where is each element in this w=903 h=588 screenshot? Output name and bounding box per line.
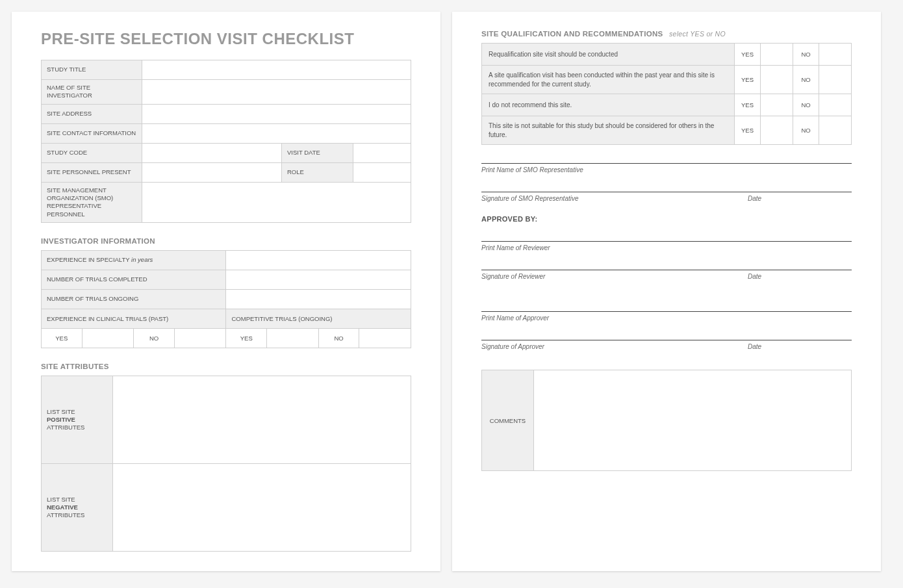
label-study-title: STUDY TITLE: [42, 60, 142, 80]
input-positive[interactable]: [113, 376, 411, 464]
label-smo: SITE MANAGEMENT ORGANIZATION (SMO) REPRE…: [42, 182, 142, 222]
qual-row-0: Requalification site visit should be con…: [482, 44, 852, 66]
sig-reviewer-date-label: Date: [748, 273, 852, 280]
sig-approver-name-label: Print Name of Approver: [481, 314, 852, 322]
sig-smo-date-label: Date: [748, 195, 852, 202]
input-visit-date[interactable]: [353, 143, 411, 162]
section-investigator-info: INVESTIGATOR INFORMATION: [41, 237, 411, 245]
input-negative[interactable]: [113, 464, 411, 552]
qual-row-3: This site is not suitable for this study…: [482, 116, 852, 145]
label-experience: EXPERIENCE IN SPECIALTY in years: [42, 251, 226, 270]
qual-row-1: A site qualification visit has been cond…: [482, 66, 852, 94]
sig-reviewer-name: Print Name of Reviewer: [481, 241, 852, 251]
approved-by: APPROVED BY:: [481, 215, 852, 223]
qual-no-box-0[interactable]: [819, 44, 852, 66]
qual-no-box-2[interactable]: [819, 94, 852, 116]
input-comp-no[interactable]: [359, 329, 411, 348]
qual-q0: Requalification site visit should be con…: [482, 44, 735, 66]
input-trials-ongoing[interactable]: [226, 290, 411, 309]
label-visit-date: VISIT DATE: [282, 143, 353, 162]
txt-neg-bold: NEGATIVE: [47, 504, 78, 511]
label-study-code: STUDY CODE: [42, 143, 142, 162]
qual-no-1: NO: [793, 66, 819, 94]
qual-yes-box-1[interactable]: [761, 66, 793, 94]
qual-yes-3: YES: [734, 116, 760, 145]
input-investigator[interactable]: [142, 80, 411, 105]
qual-q3: This site is not suitable for this study…: [482, 116, 735, 145]
input-contact[interactable]: [142, 123, 411, 143]
txt-pos-pre: LIST SITE: [47, 408, 75, 415]
sig-reviewer-sig: Signature of Reviewer Date: [481, 270, 852, 280]
qual-note: select YES or NO: [669, 30, 726, 38]
label-contact: SITE CONTACT INFORMATION: [42, 123, 142, 143]
label-smo-text: SITE MANAGEMENT ORGANIZATION (SMO) REPRE…: [47, 186, 113, 218]
label-comp-no: NO: [318, 329, 359, 348]
input-study-title[interactable]: [142, 60, 411, 80]
input-personnel[interactable]: [142, 162, 282, 182]
input-smo[interactable]: [142, 182, 411, 222]
sig-approver-date-label: Date: [748, 343, 852, 350]
label-trials-completed: NUMBER OF TRIALS COMPLETED: [42, 270, 226, 290]
label-role: ROLE: [282, 162, 353, 182]
qual-q1: A site qualification visit has been cond…: [482, 66, 735, 94]
section-site-attributes: SITE ATTRIBUTES: [41, 363, 411, 370]
txt-pos-bold: POSITIVE: [47, 416, 75, 423]
label-investigator: NAME OF SITE INVESTIGATOR: [42, 80, 142, 105]
signature-block: Print Name of SMO Representative Signatu…: [481, 163, 852, 350]
input-experience[interactable]: [226, 251, 411, 270]
input-past-yes[interactable]: [82, 329, 134, 348]
label-negative: LIST SITE NEGATIVE ATTRIBUTES: [42, 464, 113, 552]
sig-smo-sig: Signature of SMO Representative Date: [481, 192, 852, 202]
label-address: SITE ADDRESS: [42, 104, 142, 123]
qualification-table: Requalification site visit should be con…: [481, 43, 852, 145]
label-experience-note: in years: [131, 256, 153, 263]
page-right: SITE QUALIFICATION AND RECOMMENDATIONS s…: [452, 12, 881, 571]
sig-smo-name: Print Name of SMO Representative: [481, 163, 852, 173]
sig-approver-name: Print Name of Approver: [481, 311, 852, 322]
attributes-table: LIST SITE POSITIVE ATTRIBUTES LIST SITE …: [41, 376, 411, 552]
input-study-code[interactable]: [142, 143, 282, 162]
sig-approver-sig: Signature of Approver Date: [481, 340, 852, 350]
qual-yes-1: YES: [734, 66, 760, 94]
input-comments[interactable]: [534, 370, 852, 471]
input-role[interactable]: [353, 162, 411, 182]
qual-no-box-3[interactable]: [819, 116, 852, 145]
label-past-trials: EXPERIENCE IN CLINICAL TRIALS (PAST): [42, 309, 226, 329]
input-past-no[interactable]: [174, 329, 226, 348]
sig-smo-name-label: Print Name of SMO Representative: [481, 166, 852, 173]
qual-yes-box-3[interactable]: [761, 116, 793, 145]
label-personnel: SITE PERSONNEL PRESENT: [42, 162, 142, 182]
txt-neg-pre: LIST SITE: [47, 496, 75, 503]
comments-table: COMMENTS: [481, 370, 852, 471]
sig-approver-sig-label: Signature of Approver: [481, 343, 748, 350]
sig-smo-sig-label: Signature of SMO Representative: [481, 195, 748, 202]
qual-yes-0: YES: [734, 44, 760, 66]
qual-yes-box-0[interactable]: [761, 44, 793, 66]
label-comments: COMMENTS: [482, 370, 534, 471]
txt-pos-post: ATTRIBUTES: [47, 424, 84, 431]
sig-reviewer-sig-label: Signature of Reviewer: [481, 273, 748, 280]
qual-yes-2: YES: [734, 94, 760, 116]
page-title: PRE-SITE SELECTION VISIT CHECKLIST: [41, 30, 411, 48]
investigator-table: EXPERIENCE IN SPECIALTY in years NUMBER …: [41, 250, 411, 348]
txt-neg-post: ATTRIBUTES: [47, 511, 84, 518]
qual-yes-box-2[interactable]: [761, 94, 793, 116]
page-left: PRE-SITE SELECTION VISIT CHECKLIST STUDY…: [12, 12, 440, 571]
qual-row-2: I do not recommend this site. YES NO: [482, 94, 852, 116]
qual-no-2: NO: [793, 94, 819, 116]
qual-q2: I do not recommend this site.: [482, 94, 735, 116]
qual-no-3: NO: [793, 116, 819, 145]
input-trials-completed[interactable]: [226, 270, 411, 290]
label-positive: LIST SITE POSITIVE ATTRIBUTES: [42, 376, 113, 464]
qual-no-box-1[interactable]: [819, 66, 852, 94]
label-experience-text: EXPERIENCE IN SPECIALTY: [47, 256, 129, 263]
label-past-yes: YES: [42, 329, 83, 348]
section-qualification: SITE QUALIFICATION AND RECOMMENDATIONS s…: [481, 30, 852, 38]
input-address[interactable]: [142, 104, 411, 123]
label-past-no: NO: [134, 329, 175, 348]
qual-title-text: SITE QUALIFICATION AND RECOMMENDATIONS: [481, 30, 663, 38]
label-trials-ongoing: NUMBER OF TRIALS ONGOING: [42, 290, 226, 309]
input-comp-yes[interactable]: [267, 329, 319, 348]
label-comp-yes: YES: [226, 329, 267, 348]
label-competitive: COMPETITIVE TRIALS (ONGOING): [226, 309, 411, 329]
